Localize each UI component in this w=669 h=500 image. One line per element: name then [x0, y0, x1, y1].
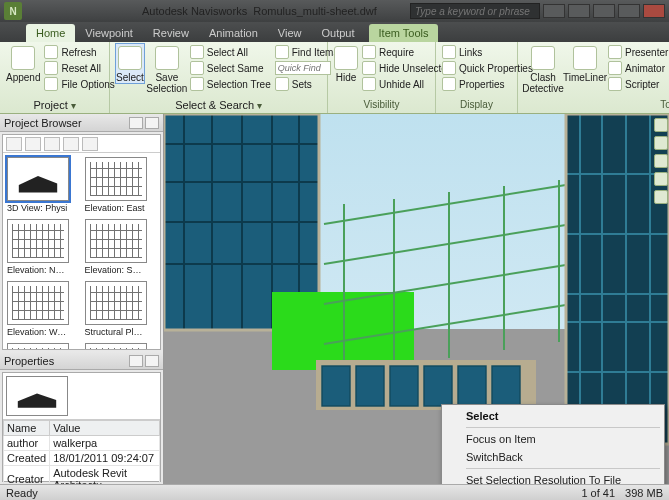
tab-output[interactable]: Output	[312, 24, 365, 42]
minimize-button[interactable]	[593, 4, 615, 18]
sheet-thumbnail[interactable]: 3D View: Physi	[7, 157, 79, 213]
refresh-button[interactable]: Refresh	[44, 44, 114, 60]
star-icon[interactable]	[543, 4, 565, 18]
zoom-icon[interactable]	[654, 154, 668, 168]
scripter-button[interactable]: Scripter	[608, 76, 668, 92]
project-browser-header[interactable]: Project Browser	[0, 114, 163, 132]
nav-wheel-icon[interactable]	[654, 118, 668, 132]
append-button[interactable]: Append	[6, 44, 40, 83]
select-all-button[interactable]: Select All	[190, 44, 271, 60]
svg-rect-24	[356, 366, 384, 406]
panel-pin-icon[interactable]	[129, 117, 143, 129]
pan-icon[interactable]	[654, 136, 668, 150]
tab-animation[interactable]: Animation	[199, 24, 268, 42]
sheet-thumbnail[interactable]: Elevation: West	[7, 281, 79, 337]
sheet-thumbnail[interactable]: Elevation: East	[85, 157, 157, 213]
orbit-icon[interactable]	[654, 172, 668, 186]
property-row[interactable]: Created18/01/2011 09:24:07	[4, 451, 160, 466]
browser-refresh-button[interactable]	[82, 137, 98, 151]
project-browser: 3D View: PhysiElevation: EastElevation: …	[2, 134, 161, 350]
look-icon[interactable]	[654, 190, 668, 204]
app-icon[interactable]: N	[4, 2, 22, 20]
panel-close-icon[interactable]	[145, 355, 159, 367]
tab-viewpoint[interactable]: Viewpoint	[75, 24, 143, 42]
reset-all-button[interactable]: Reset All	[44, 60, 114, 76]
close-button[interactable]	[643, 4, 665, 18]
svg-rect-26	[424, 366, 452, 406]
status-memory: 398 MB	[625, 487, 663, 499]
svg-rect-28	[492, 366, 520, 406]
property-row[interactable]: authorwalkerpa	[4, 436, 160, 451]
select-same-button[interactable]: Select Same	[190, 60, 271, 76]
sheet-thumbnail[interactable]	[7, 343, 79, 349]
svg-rect-27	[458, 366, 486, 406]
maximize-button[interactable]	[618, 4, 640, 18]
selection-tree-button[interactable]: Selection Tree	[190, 76, 271, 92]
ribbon-tabstrip: Home Viewpoint Review Animation View Out…	[0, 22, 669, 42]
thumbnail-caption: Elevation: East	[85, 203, 147, 213]
status-ready: Ready	[6, 487, 38, 499]
browser-back-button[interactable]	[6, 137, 22, 151]
file-options-button[interactable]: File Options	[44, 76, 114, 92]
select-button[interactable]: Select	[116, 44, 144, 83]
prop-col-value[interactable]: Value	[50, 421, 160, 436]
group-visibility-label: Visibility	[334, 99, 429, 113]
help-search-input[interactable]	[410, 3, 540, 19]
ribbon: Append Refresh Reset All File Options Pr…	[0, 42, 669, 114]
panel-close-icon[interactable]	[145, 117, 159, 129]
browser-view-button[interactable]	[63, 137, 79, 151]
browser-forward-button[interactable]	[25, 137, 41, 151]
sheet-thumbnail[interactable]	[85, 343, 157, 349]
status-page: 1 of 41	[581, 487, 615, 499]
properties-panel: NameValue authorwalkerpaCreated18/01/201…	[2, 372, 161, 482]
sheet-thumbnail[interactable]: Structural Plan...	[85, 281, 157, 337]
tab-view[interactable]: View	[268, 24, 312, 42]
tab-review[interactable]: Review	[143, 24, 199, 42]
group-tools-label: Tools	[524, 99, 669, 113]
animator-button[interactable]: Animator	[608, 60, 668, 76]
timeliner-button[interactable]: TimeLiner	[566, 44, 604, 83]
svg-rect-12	[320, 114, 574, 328]
tab-item-tools[interactable]: Item Tools	[369, 24, 439, 42]
thumbnail-caption: Elevation: North	[7, 265, 69, 275]
sheet-thumbnail[interactable]: Elevation: North	[7, 219, 79, 275]
side-panel: Project Browser 3D View: PhysiElevation:…	[0, 114, 164, 484]
svg-rect-25	[390, 366, 418, 406]
group-project-label: Project ▾	[6, 99, 103, 113]
panel-pin-icon[interactable]	[129, 355, 143, 367]
ctx-switchback[interactable]: SwitchBack	[444, 448, 662, 466]
properties-header[interactable]: Properties	[0, 352, 163, 370]
presenter-button[interactable]: Presenter	[608, 44, 668, 60]
window-title: Autodesk Navisworks Romulus_multi-sheet.…	[142, 5, 377, 17]
prop-col-name[interactable]: Name	[4, 421, 50, 436]
thumbnail-caption: Elevation: West	[7, 327, 69, 337]
thumbnail-caption: Elevation: South	[85, 265, 147, 275]
help-icon[interactable]	[568, 4, 590, 18]
save-selection-button[interactable]: Save Selection	[148, 44, 186, 94]
status-bar: Ready 1 of 41 398 MB	[0, 484, 669, 500]
thumbnail-caption: 3D View: Physi	[7, 203, 69, 213]
group-select-label: Select & Search ▾	[116, 99, 321, 113]
sheet-thumbnail[interactable]: Elevation: South	[85, 219, 157, 275]
group-display-label: Display	[442, 99, 511, 113]
browser-up-button[interactable]	[44, 137, 60, 151]
ctx-header: Select	[444, 407, 662, 425]
hide-button[interactable]: Hide	[334, 44, 358, 83]
svg-rect-23	[322, 366, 350, 406]
clash-detective-button[interactable]: Clash Detective	[524, 44, 562, 94]
ctx-focus-item[interactable]: Focus on Item	[444, 430, 662, 448]
viewport-3d[interactable]: Select Focus on Item SwitchBack Set Sele…	[164, 114, 669, 484]
tab-home[interactable]: Home	[26, 24, 75, 42]
thumbnail-caption: Structural Plan...	[85, 327, 147, 337]
